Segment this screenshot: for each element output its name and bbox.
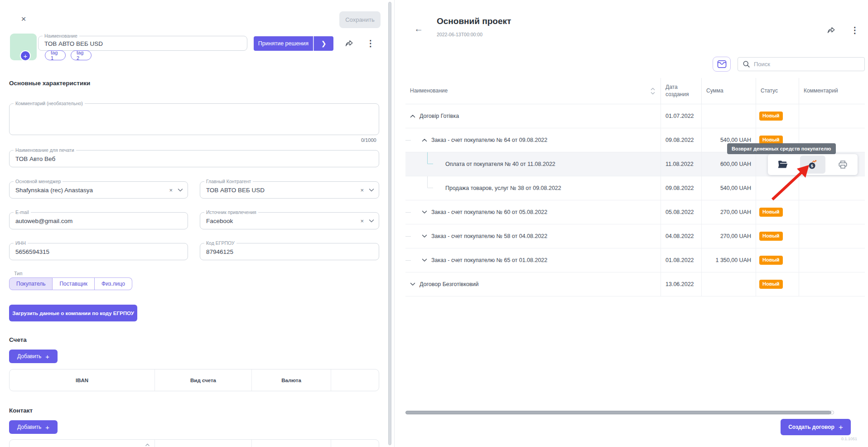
table-row[interactable]: Продажа товаров, услуг № 38 от 09.08.202… bbox=[405, 176, 865, 200]
comment-field[interactable]: Комментарий (необязательно) bbox=[9, 103, 379, 135]
cell-comment bbox=[799, 272, 865, 296]
button-label: Создать договор bbox=[788, 424, 834, 430]
save-button[interactable]: Сохранить bbox=[339, 11, 381, 28]
column-header-date[interactable]: Дата создания bbox=[661, 78, 702, 104]
horizontal-scrollbar[interactable] bbox=[405, 411, 831, 414]
folder-open-icon bbox=[777, 160, 788, 169]
column-header: Валюта bbox=[252, 369, 331, 391]
field-value: 5656594315 bbox=[15, 248, 49, 255]
type-option[interactable]: Покупатель bbox=[9, 277, 53, 290]
table-row[interactable]: Заказ - счет покупателю № 65 от 01.08.20… bbox=[405, 248, 865, 272]
share-button[interactable] bbox=[343, 38, 355, 49]
email-field[interactable]: E-mail autoweb@gmail.com bbox=[9, 212, 188, 229]
tag-chip[interactable]: tag 2 bbox=[71, 50, 92, 60]
expand-icon[interactable] bbox=[422, 258, 427, 262]
status-badge: Новый bbox=[759, 256, 783, 264]
chevron-down-icon[interactable] bbox=[369, 188, 374, 192]
search-field[interactable] bbox=[738, 57, 865, 71]
document-name: Продажа товаров, услуг № 38 от 09.08.202… bbox=[445, 185, 561, 191]
kebab-menu-icon: ⋮ bbox=[851, 25, 859, 35]
vertical-scrollbar[interactable] bbox=[388, 2, 391, 445]
company-name-field[interactable]: Наименование ТОВ АВТО ВЕБ USD bbox=[38, 36, 247, 51]
status-badge: Новый bbox=[759, 208, 783, 216]
refund-to-buyer-button[interactable]: $ bbox=[800, 155, 825, 174]
cell-sum bbox=[702, 104, 756, 128]
load-company-button[interactable]: Загрузить данные о компании по коду ЕГРП… bbox=[9, 305, 137, 321]
document-name: Заказ - счет покупателю № 58 от 04.08.20… bbox=[431, 233, 547, 239]
status-badge: Новый bbox=[759, 232, 783, 240]
back-button[interactable]: ← bbox=[412, 22, 425, 35]
print-button[interactable] bbox=[830, 155, 855, 174]
cell-date: 09.08.2022 bbox=[661, 128, 702, 152]
tag-chip[interactable]: tag 1 bbox=[45, 50, 66, 60]
field-value: ТОВ АВТО ВЕБ USD bbox=[44, 40, 103, 47]
expand-icon[interactable] bbox=[422, 210, 427, 214]
more-menu-button[interactable]: ⋮ bbox=[849, 24, 861, 36]
document-name: Заказ - счет покупателю № 64 от 09.08.20… bbox=[431, 137, 547, 143]
share-button[interactable] bbox=[825, 25, 837, 36]
contact-table bbox=[9, 439, 379, 447]
column-header-status[interactable]: Статус bbox=[756, 78, 799, 104]
type-option[interactable]: Поставщик bbox=[53, 277, 95, 290]
documents-filter-button[interactable] bbox=[713, 57, 731, 72]
column-header: Вид счета bbox=[155, 369, 252, 391]
contact-title: Контакт bbox=[9, 407, 33, 414]
cell-status: Новый bbox=[756, 200, 799, 224]
table-row[interactable]: Заказ - счет покупателю № 60 от 05.08.20… bbox=[405, 200, 865, 224]
type-option[interactable]: Физ.лицо bbox=[95, 277, 132, 290]
wallet-icon bbox=[717, 59, 727, 69]
search-input[interactable] bbox=[754, 61, 849, 68]
cell-name: Заказ - счет покупателю № 60 от 05.08.20… bbox=[405, 200, 661, 224]
contractor-select[interactable]: Главный Контрагент ТОВ АВТО ВЕБ USD × bbox=[200, 181, 379, 199]
company-form-panel: × Сохранить + Наименование ТОВ АВТО ВЕБ … bbox=[0, 0, 395, 447]
expand-icon[interactable] bbox=[422, 234, 427, 238]
create-contract-button[interactable]: Создать договор + bbox=[781, 419, 851, 435]
chevron-down-icon[interactable] bbox=[178, 188, 183, 192]
add-contact-button[interactable]: Добавить + bbox=[9, 420, 58, 434]
column-header-sum[interactable]: Сумма bbox=[702, 78, 756, 104]
field-value: Shafynskaia (rec) Anastasya bbox=[15, 187, 93, 194]
field-label: Наименование для печати bbox=[14, 147, 76, 153]
field-value: Facebook bbox=[206, 218, 233, 224]
kebab-menu-icon: ⋮ bbox=[366, 38, 375, 49]
chevron-down-icon[interactable] bbox=[369, 219, 374, 223]
cell-status: Новый bbox=[756, 104, 799, 128]
sort-icons[interactable] bbox=[651, 87, 655, 94]
column-header bbox=[10, 440, 155, 447]
manager-select[interactable]: Основной менеджер Shafynskaia (rec) Anas… bbox=[9, 181, 188, 199]
collapse-icon[interactable] bbox=[410, 114, 415, 118]
cell-comment bbox=[799, 248, 865, 272]
cell-name: Оплата от покупателя № 40 от 11.08.2022 bbox=[405, 152, 661, 176]
close-icon[interactable]: × bbox=[18, 14, 29, 24]
inn-field[interactable]: ИНН 5656594315 bbox=[9, 243, 188, 260]
column-header-name[interactable]: Наименование bbox=[405, 78, 661, 104]
collapse-icon[interactable] bbox=[422, 138, 427, 142]
decision-arrow-button[interactable]: ❯ bbox=[313, 36, 333, 51]
expand-icon[interactable] bbox=[410, 282, 415, 286]
field-label: Наименование bbox=[43, 33, 79, 39]
type-label: Тип bbox=[14, 271, 22, 276]
clear-icon[interactable]: × bbox=[360, 187, 364, 193]
column-header bbox=[331, 440, 379, 447]
clear-icon[interactable]: × bbox=[360, 218, 364, 224]
add-avatar-icon[interactable]: + bbox=[20, 50, 31, 61]
clear-icon[interactable]: × bbox=[169, 187, 173, 193]
open-document-button[interactable] bbox=[770, 155, 796, 174]
column-header-comment[interactable]: Комментарий bbox=[799, 78, 865, 104]
svg-text:$: $ bbox=[811, 163, 814, 168]
sort-asc-icon[interactable] bbox=[145, 443, 150, 447]
sort-desc-icon bbox=[651, 92, 655, 94]
table-row[interactable]: Заказ - счет покупателю № 58 от 04.08.20… bbox=[405, 224, 865, 248]
table-row[interactable]: Договір Готівка01.07.2022Новый bbox=[405, 104, 865, 128]
source-select[interactable]: Источник привлечения Facebook × bbox=[200, 212, 379, 229]
decision-button[interactable]: Принятие решения bbox=[254, 36, 313, 51]
table-row[interactable]: Договор Безготівковий13.06.2022Новый bbox=[405, 272, 865, 296]
document-name: Договір Готівка bbox=[420, 113, 459, 119]
add-account-button[interactable]: Добавить + bbox=[9, 350, 58, 363]
cell-date: 09.08.2022 bbox=[661, 176, 702, 200]
egrpou-field[interactable]: Код ЕГРПОУ 87946125 bbox=[200, 243, 379, 260]
more-menu-button[interactable]: ⋮ bbox=[365, 37, 376, 49]
print-name-field[interactable]: Наименование для печати ТОВ Авто Веб bbox=[9, 150, 379, 167]
cell-date: 11.08.2022 bbox=[661, 152, 702, 176]
cell-sum: 1 350,00 UAH bbox=[702, 248, 756, 272]
